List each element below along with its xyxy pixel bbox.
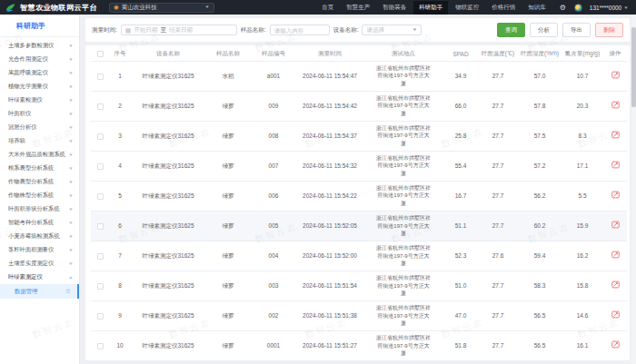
sidebar-item[interactable]: 叶面积形状分析系统▼ (0, 202, 79, 216)
report-icon[interactable] (611, 221, 620, 229)
sidebar-item[interactable]: 叶绿素检测仪▼ (0, 93, 79, 107)
sidebar-item[interactable]: 土壤坚实度测定仪▼ (0, 257, 79, 271)
cell: 52.3 (443, 241, 478, 271)
sidebar-item-label: 茎秆叶面积测量仪 (8, 246, 54, 254)
sidebar-item[interactable]: 叶绿素测定仪▲ (0, 271, 79, 284)
location-text: 浙江省杭州市拱墅区祥符街道197-9号方正大厦 (375, 244, 432, 268)
sample-name-input[interactable] (274, 27, 325, 34)
row-checkbox[interactable] (97, 193, 104, 200)
table-row: 4叶绿素测定仪31625绿萝0072024-06-11 15:54:32浙江省杭… (91, 151, 627, 181)
report-icon[interactable] (611, 340, 620, 349)
cell: 水稻 (205, 61, 251, 91)
chevron-down-icon: ▼ (68, 98, 74, 102)
nav-item-智慧生产[interactable]: 智慧生产 (341, 1, 375, 15)
device-filter-label: 设备名称: (333, 26, 359, 34)
cell: 10 (109, 331, 131, 361)
chevron-down-icon: ▼ (68, 57, 74, 61)
row-checkbox[interactable] (97, 283, 104, 290)
row-checkbox[interactable] (97, 133, 104, 140)
nav-item-价格行情[interactable]: 价格行情 (486, 1, 521, 15)
sidebar-item[interactable]: 植物光学测量仪▼ (0, 80, 79, 93)
report-icon[interactable] (611, 251, 620, 259)
row-checkbox[interactable] (97, 343, 104, 349)
filter-bar: 测量时间: ▦ 开始日期 至 结束日期 样品名称: 设备名称: 请选择 ▼ 查询… (85, 18, 630, 42)
sidebar-item[interactable]: 作物表型分析系统▼ (0, 175, 79, 189)
brand-leaf-icon (5, 3, 15, 13)
location-text: 浙江省杭州市拱墅区祥符街道197-9号方正大厦 (375, 184, 432, 208)
report-icon[interactable] (611, 71, 620, 79)
chevron-down-icon: ▼ (204, 5, 210, 9)
page-scrollbar[interactable] (631, 15, 636, 364)
cell: 2024-06-11 15:54:42 (296, 91, 363, 121)
row-select-cell (91, 61, 109, 91)
cell: 叶绿素测定仪31625 (131, 181, 205, 211)
cell: 16.1 (561, 331, 603, 361)
cell: 叶绿素测定仪31625 (131, 91, 205, 121)
cell: 59.4 (518, 241, 561, 271)
cell: 55.4 (443, 151, 478, 181)
search-button[interactable]: 查询 (497, 23, 525, 37)
date-range-picker[interactable]: ▦ 开始日期 至 结束日期 (121, 25, 237, 35)
sidebar-item[interactable]: 冠层分析仪▼ (0, 121, 79, 134)
export-button[interactable]: 导出 (562, 23, 591, 37)
report-icon[interactable] (611, 310, 620, 319)
device-select[interactable]: 请选择 ▼ (362, 25, 422, 35)
settings-gear-icon[interactable]: ⚙ (560, 4, 566, 12)
column-header: 设备名称 (131, 47, 205, 61)
cell: 浙江省杭州市拱墅区祥符街道197-9号方正大厦 (363, 211, 443, 241)
sidebar-item-label: 叶绿素测定仪 (8, 273, 43, 281)
cell: 27.7 (478, 211, 518, 241)
star-icon[interactable]: ☆ (65, 288, 71, 295)
sidebar-item-label: 光合作用测定仪 (8, 55, 48, 64)
row-checkbox[interactable] (97, 103, 104, 110)
report-icon[interactable] (611, 280, 620, 289)
analyze-button[interactable]: 分析 (530, 23, 558, 37)
sidebar-item[interactable]: 根系表型分析系统▼ (0, 162, 79, 175)
sidebar-item[interactable]: 果蔬呼吸测定仪▼ (0, 66, 79, 80)
row-checkbox[interactable] (97, 163, 104, 170)
chevron-down-icon: ▼ (68, 234, 74, 238)
sidebar-item[interactable]: 土壤多参数检测仪▼ (0, 39, 79, 53)
report-icon[interactable] (611, 131, 620, 139)
device-select-placeholder: 请选择 (366, 26, 384, 34)
row-checkbox[interactable] (97, 253, 104, 260)
report-icon[interactable] (611, 191, 620, 199)
nav-item-智能装备[interactable]: 智能装备 (377, 1, 412, 15)
cell: 006 (251, 181, 296, 211)
user-name[interactable]: 131****0000 ▼ (590, 5, 629, 11)
sidebar-item[interactable]: 叶面积仪▼ (0, 107, 79, 121)
location-text: 浙江省杭州市拱墅区祥符街道197-9号方正大厦 (375, 124, 432, 148)
sidebar-item[interactable]: 小麦赤霉病检测系统▼ (0, 230, 79, 243)
cell: 叶绿素测定仪31625 (131, 271, 205, 300)
nav-item-首页[interactable]: 首页 (316, 1, 339, 15)
sidebar-item[interactable]: 大米外观品质检测系统▼ (0, 148, 79, 162)
cell: 浙江省杭州市拱墅区祥符街道197-9号方正大厦 (363, 241, 443, 271)
sidebar-item[interactable]: 光合作用测定仪▼ (0, 53, 79, 66)
sidebar-item[interactable]: 培养箱▼ (0, 134, 79, 148)
report-icon[interactable] (611, 101, 620, 109)
select-all-checkbox[interactable] (97, 51, 104, 57)
cell: 2024-06-11 15:51:27 (296, 331, 363, 361)
sidebar-item[interactable]: 茎秆叶面积测量仪▼ (0, 243, 79, 257)
org-selector-value: 黄山农业科技 (122, 4, 202, 12)
delete-button[interactable]: 删除 (595, 23, 623, 37)
cell: 叶绿素测定仪31625 (131, 61, 205, 91)
org-selector[interactable]: ◉ 黄山农业科技 ▼ (109, 3, 214, 13)
scrollbar-thumb[interactable] (631, 27, 636, 107)
cell: 009 (251, 91, 296, 121)
row-checkbox[interactable] (97, 313, 104, 320)
row-checkbox[interactable] (97, 223, 104, 230)
sidebar-item[interactable]: 智能考种分析系统▼ (0, 216, 79, 230)
user-avatar[interactable] (574, 4, 582, 12)
sidebar-subitem-数据管理[interactable]: 数据管理☆ (0, 284, 79, 299)
nav-item-物联监控[interactable]: 物联监控 (450, 1, 484, 15)
row-checkbox[interactable] (97, 74, 104, 80)
chevron-down-icon: ▼ (68, 193, 74, 197)
sidebar-item[interactable]: 作物株型分析系统▼ (0, 189, 79, 202)
report-icon[interactable] (611, 161, 620, 169)
nav-item-科研助手[interactable]: 科研助手 (413, 1, 448, 15)
cell: 27.7 (478, 61, 518, 91)
cell: 2024-06-11 15:52:05 (296, 211, 363, 241)
table-row: 10叶绿素测定仪31625绿萝00012024-06-11 15:51:27浙江… (91, 331, 627, 361)
nav-item-知识库[interactable]: 知识库 (522, 1, 552, 15)
